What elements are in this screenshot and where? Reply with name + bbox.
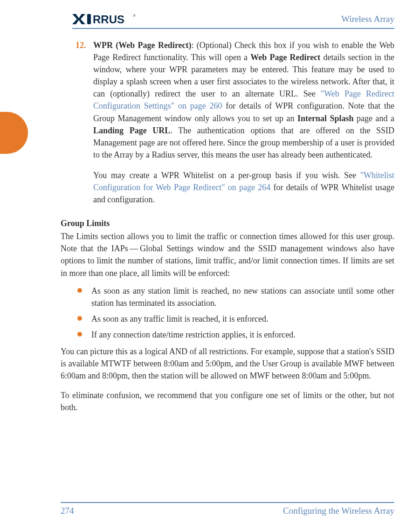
content: 12. WPR (Web Page Redirect): (Optional) … xyxy=(61,29,394,413)
text: You may create a WPR Whitelist on a per-… xyxy=(93,171,360,180)
item-paragraph: You may create a WPR Whitelist on a per-… xyxy=(93,169,394,206)
page-number: 274 xyxy=(61,506,74,516)
section-heading: Group Limits xyxy=(61,219,394,228)
paragraph: You can picture this as a logical AND of… xyxy=(61,345,394,382)
list-item: As soon as any station limit is reached,… xyxy=(77,285,394,309)
text: page and a xyxy=(354,114,394,123)
bullet-list: As soon as any station limit is reached,… xyxy=(77,285,394,341)
header-title: Wireless Array xyxy=(341,14,394,24)
bold-text: Web Page Redirect xyxy=(250,53,320,62)
page-header: RRUS ® Wireless Array xyxy=(72,13,394,29)
list-item: If any connection date/time restriction … xyxy=(77,329,394,341)
xirrus-logo-icon: RRUS ® xyxy=(72,13,138,25)
footer-section-title: Configuring the Wireless Array xyxy=(283,506,394,516)
list-item-text: As soon as any traffic limit is reached,… xyxy=(91,314,269,324)
numbered-item: 12. WPR (Web Page Redirect): (Optional) … xyxy=(93,39,394,206)
svg-text:®: ® xyxy=(133,14,136,18)
list-item: As soon as any traffic limit is reached,… xyxy=(77,313,394,325)
svg-marker-0 xyxy=(72,14,85,24)
bold-text: Landing Page URL xyxy=(93,126,170,135)
paragraph: To eliminate confusion, we recommend tha… xyxy=(61,389,394,413)
item-number: 12. xyxy=(76,39,86,51)
section-tab xyxy=(0,112,28,154)
svg-text:RRUS: RRUS xyxy=(93,13,124,25)
page: RRUS ® Wireless Array 12. WPR (Web Page … xyxy=(0,0,420,530)
section-intro: The Limits section allows you to limit t… xyxy=(61,230,394,279)
list-item-text: As soon as any station limit is reached,… xyxy=(91,286,394,308)
logo: RRUS ® xyxy=(72,13,138,25)
list-item-text: If any connection date/time restriction … xyxy=(91,330,296,339)
svg-rect-1 xyxy=(87,14,91,24)
item-title: WPR (Web Page Redirect) xyxy=(93,41,192,50)
bold-text: Internal Splash xyxy=(297,114,354,123)
page-footer: 274 Configuring the Wireless Array xyxy=(61,502,394,516)
